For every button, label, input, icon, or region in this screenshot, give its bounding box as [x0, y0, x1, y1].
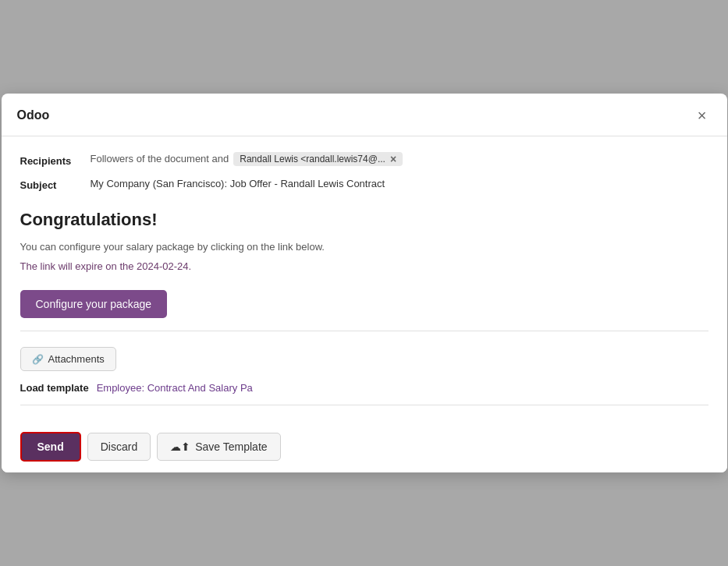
save-template-label: Save Template [195, 440, 267, 453]
recipients-prefix: Followers of the document and [91, 153, 229, 164]
upload-cloud-icon: ⬆ [170, 440, 190, 453]
email-body-line2: The link will expire on the 2024-02-24. [20, 259, 708, 275]
subject-value: My Company (San Francisco): Job Offer - … [91, 178, 385, 189]
recipients-value: Followers of the document and Randall Le… [91, 152, 708, 166]
dialog-header: Odoo × [2, 94, 727, 136]
email-body-line1: You can configure your salary package by… [20, 239, 708, 256]
recipients-row: Recipients Followers of the document and… [20, 152, 708, 167]
recipient-tag: Randall Lewis <randall.lewis74@... × [233, 152, 403, 166]
dialog-footer: Send Discard ⬆ Save Template [2, 421, 727, 472]
email-heading: Congratulations! [20, 210, 708, 230]
configure-package-button[interactable]: Configure your package [20, 290, 168, 318]
subject-label: Subject [20, 176, 91, 191]
attachments-button[interactable]: Attachments [20, 347, 116, 371]
close-button[interactable]: × [693, 106, 712, 125]
load-template-value[interactable]: Employee: Contract And Salary Pa [97, 382, 253, 394]
dialog-body: Recipients Followers of the document and… [2, 136, 727, 422]
recipient-remove-button[interactable]: × [390, 154, 396, 164]
email-content: Congratulations! You can configure your … [20, 207, 708, 332]
email-dialog: Odoo × Recipients Followers of the docum… [2, 94, 727, 473]
subject-row: Subject My Company (San Francisco): Job … [20, 176, 708, 191]
recipient-tag-text: Randall Lewis <randall.lewis74@... [240, 154, 385, 164]
attachments-label: Attachments [48, 353, 105, 365]
load-template-row: Load template Employee: Contract And Sal… [20, 382, 708, 405]
discard-button[interactable]: Discard [87, 433, 151, 461]
send-button[interactable]: Send [20, 432, 81, 462]
attachments-section: Attachments [20, 347, 708, 371]
dialog-title: Odoo [17, 108, 50, 122]
load-template-label: Load template [20, 382, 89, 394]
paperclip-icon [32, 353, 44, 365]
save-template-button[interactable]: ⬆ Save Template [157, 433, 280, 461]
recipients-label: Recipients [20, 152, 91, 167]
